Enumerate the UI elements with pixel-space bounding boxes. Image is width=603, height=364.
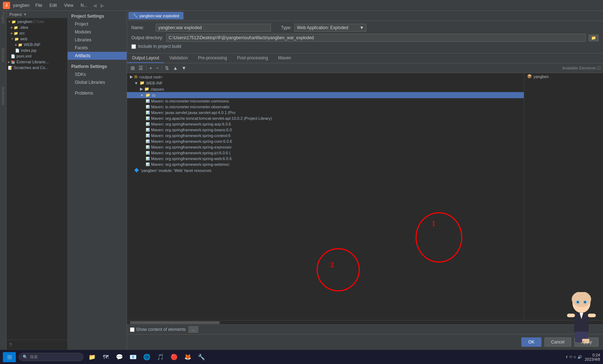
tab-post-processing[interactable]: Post-processing — [232, 54, 273, 63]
menu-edit[interactable]: Edit — [48, 2, 58, 9]
start-button[interactable]: ⊞ — [3, 352, 16, 362]
taskbar-search[interactable]: 🔍 搜索 — [19, 353, 83, 361]
output-tree-maven-11[interactable]: 📊 Maven: org.springframework:spring-web:… — [127, 156, 524, 161]
show-content-check: Show content of elements — [130, 327, 186, 332]
tree-item-scratches[interactable]: 📝 Scratches and Co... — [6, 65, 67, 70]
output-dir-input[interactable] — [166, 34, 586, 42]
vertical-label-project[interactable]: Project — [0, 11, 6, 25]
project-header: Project ▼ — [6, 11, 67, 18]
tab-maven[interactable]: Maven — [273, 54, 296, 63]
output-tree-maven-2[interactable]: 📊 Maven: io.micrometer:micrometer-observ… — [127, 104, 524, 110]
settings-item-project[interactable]: Project — [68, 20, 127, 28]
tree-item-idea[interactable]: ▶ 📁 .idea — [6, 24, 67, 30]
app-logo: J — [3, 2, 10, 9]
taskbar-app-fox[interactable]: 🦊 — [182, 351, 194, 363]
tab-output-layout[interactable]: Output Layout — [127, 54, 164, 63]
tree-item-external[interactable]: ▶ 📚 External Librarie... — [6, 59, 67, 65]
settings-item-facets[interactable]: Facets — [68, 44, 127, 52]
nav-forward[interactable]: ▶ — [99, 3, 105, 8]
include-build-row: Include in project build — [131, 44, 599, 49]
taskbar-search-placeholder: 搜索 — [30, 354, 38, 360]
settings-item-libraries[interactable]: Libraries — [68, 36, 127, 44]
vertical-label-structure[interactable]: Structure — [0, 46, 6, 64]
taskbar-app-wechat[interactable]: 💬 — [114, 351, 125, 363]
project-label: Project — [9, 12, 22, 17]
ok-button[interactable]: OK — [521, 337, 541, 347]
output-tree-maven-9[interactable]: 📊 Maven: org.springframework:spring-expr… — [127, 144, 524, 150]
tree-item-indexjsp[interactable]: 📄 index.jsp — [6, 47, 67, 53]
tree-root[interactable]: ▼ 📁 yangben C:\Use — [6, 19, 67, 24]
taskbar-app-browser[interactable]: 🌐 — [141, 351, 153, 363]
available-item-yangben[interactable]: 📦 yangben — [524, 73, 603, 80]
taskbar-app-media[interactable]: 🎵 — [155, 351, 166, 363]
output-tree-root[interactable]: ▶ ⊞ <output root> — [127, 74, 524, 80]
tree-item-src[interactable]: ▶ 📁 src — [6, 30, 67, 36]
menu-bar: File Edit View N... — [34, 2, 89, 9]
output-tree-module[interactable]: 🔷 'yangben' module: 'Web' facet resource… — [127, 167, 524, 173]
output-layout-area: ⊞ ☰ + − ⇅ ▲ ▼ Available Elements ⓘ — [127, 63, 603, 334]
toolbar-sep1 — [146, 65, 146, 71]
taskbar-app-map[interactable]: 🗺 — [100, 351, 112, 363]
taskbar-app-red[interactable]: 🔴 — [168, 351, 180, 363]
taskbar-right: ⬆ 中 ⊕ 🔊 0:24 2023/4/8 — [565, 353, 600, 361]
type-select[interactable]: Web Application: Exploded ▼ — [294, 24, 366, 32]
bottom-area: Show content of elements ... — [127, 324, 603, 334]
show-content-checkbox[interactable] — [130, 327, 135, 332]
settings-item-modules[interactable]: Modules — [68, 28, 127, 36]
tree-item-web[interactable]: ▼ 📁 web — [6, 36, 67, 42]
name-row: Name: Type: Web Application: Exploded ▼ — [131, 24, 599, 32]
taskbar: ⊞ 🔍 搜索 📁 🗺 💬 📧 🌐 🎵 🔴 🦊 🔧 ⬆ 中 ⊕ 🔊 0:24 20… — [0, 350, 603, 364]
output-tree-classes[interactable]: ▶ 📁 classes — [127, 86, 524, 92]
toolbar-down-btn[interactable]: ▼ — [180, 64, 188, 72]
settings-item-global-libraries[interactable]: Global Libraries — [68, 78, 127, 86]
include-build-checkbox[interactable] — [131, 44, 136, 49]
menu-view[interactable]: View — [63, 2, 75, 9]
toolbar-grid-btn[interactable]: ⊞ — [129, 64, 136, 72]
output-toolbar: ⊞ ☰ + − ⇅ ▲ ▼ Available Elements ⓘ — [127, 63, 603, 73]
toolbar-list-btn[interactable]: ☰ — [137, 64, 145, 72]
output-tree-maven-1[interactable]: 📊 Maven: io.micrometer:micrometer-common… — [127, 98, 524, 104]
output-tree: ▶ ⊞ <output root> ▼ 📁 WEB-INF ▶ — [127, 73, 524, 320]
nav-back[interactable]: ◀ — [92, 3, 98, 8]
output-tree-maven-3[interactable]: 📊 Maven: javax.servlet:javax.servlet-api… — [127, 110, 524, 115]
output-tree-maven-7[interactable]: 📊 Maven: org.springframework:spring-cont… — [127, 133, 524, 138]
dots-button[interactable]: ... — [189, 326, 198, 333]
tree-item-pomxml[interactable]: 📄 pom.xml — [6, 53, 67, 59]
taskbar-icons: ⬆ 中 ⊕ 🔊 — [565, 355, 582, 360]
output-tree-maven-10[interactable]: 📊 Maven: org.springframework:spring-jcl:… — [127, 150, 524, 156]
type-select-value: Web Application: Exploded — [297, 25, 348, 30]
cancel-button[interactable]: Cancel — [544, 337, 571, 347]
menu-file[interactable]: File — [34, 2, 44, 9]
settings-item-problems[interactable]: Problems — [68, 89, 127, 97]
help-icon[interactable]: ? — [9, 342, 12, 347]
tab-pre-processing[interactable]: Pre-processing — [193, 54, 232, 63]
output-tree-lib[interactable]: ▼ 📁 lib — [127, 92, 524, 98]
output-dir-browse-btn[interactable]: 📁 — [589, 35, 599, 41]
left-vertical-tabs: Project Structure Bookmarks — [0, 11, 6, 350]
tree-item-webinf[interactable]: ▶ 📁 WEB-INF — [6, 42, 67, 47]
settings-item-sdks[interactable]: SDKs — [68, 70, 127, 78]
output-tree-maven-4[interactable]: 📊 Maven: org.apache.tomcat:tomcat-servle… — [127, 115, 524, 121]
toolbar-add-btn[interactable]: + — [148, 64, 154, 72]
menu-more[interactable]: N... — [79, 2, 89, 9]
output-tree-maven-5[interactable]: 📊 Maven: org.springframework:spring-aop:… — [127, 121, 524, 127]
name-input[interactable] — [156, 24, 271, 32]
taskbar-apps: 📁 🗺 💬 📧 🌐 🎵 🔴 🦊 🔧 — [86, 351, 207, 363]
toolbar-remove-btn[interactable]: − — [154, 64, 160, 72]
toolbar-sort-btn[interactable]: ⇅ — [163, 64, 171, 72]
settings-item-artifacts[interactable]: Artifacts — [68, 52, 127, 60]
tab-validation[interactable]: Validation — [164, 54, 193, 63]
output-tree-maven-8[interactable]: 📊 Maven: org.springframework:spring-core… — [127, 138, 524, 144]
taskbar-app-files[interactable]: 📁 — [86, 351, 98, 363]
artifact-tab-yangben[interactable]: 🔧 yangben:war exploded — [128, 12, 183, 19]
taskbar-app-intellij[interactable]: 🔧 — [196, 351, 207, 363]
output-tree-maven-6[interactable]: 📊 Maven: org.springframework:spring-bean… — [127, 127, 524, 133]
include-build-label: Include in project build — [138, 44, 181, 49]
taskbar-time: 0:24 2023/4/8 — [585, 353, 600, 361]
taskbar-app-email[interactable]: 📧 — [127, 351, 139, 363]
apply-button[interactable]: Apply — [574, 337, 599, 347]
vertical-label-bookmarks[interactable]: Bookmarks — [0, 86, 6, 106]
output-tree-maven-12[interactable]: 📊 Maven: org.springframework:spring-webm… — [127, 161, 524, 167]
toolbar-up-btn[interactable]: ▲ — [171, 64, 179, 72]
output-tree-webinf[interactable]: ▼ 📁 WEB-INF — [127, 80, 524, 86]
